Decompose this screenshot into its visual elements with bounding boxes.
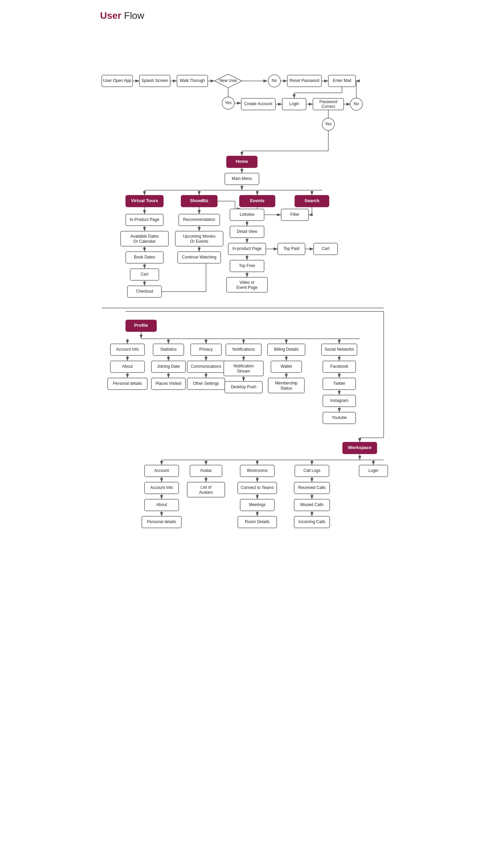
svg-text:Event Page: Event Page — [236, 285, 258, 290]
svg-text:Missed Calls: Missed Calls — [300, 502, 324, 507]
svg-text:Workspace: Workspace — [348, 445, 371, 450]
svg-text:List of: List of — [201, 485, 212, 490]
svg-text:Notifications: Notifications — [232, 347, 255, 352]
svg-text:Events: Events — [250, 198, 265, 203]
svg-text:Personal details: Personal details — [147, 519, 176, 524]
svg-text:Places Visited: Places Visited — [155, 381, 181, 386]
svg-text:Yes: Yes — [325, 122, 332, 126]
svg-text:Account: Account — [154, 468, 169, 473]
svg-text:Main Menu: Main Menu — [232, 176, 252, 181]
svg-text:Splash Screen: Splash Screen — [141, 78, 168, 83]
svg-text:Instagram: Instagram — [330, 398, 348, 403]
svg-text:Other Settings: Other Settings — [193, 381, 219, 386]
svg-text:Checkout: Checkout — [136, 289, 153, 294]
svg-text:Cart: Cart — [141, 272, 149, 277]
svg-text:Create Account: Create Account — [244, 101, 273, 106]
svg-text:Upcoming Movies: Upcoming Movies — [183, 234, 215, 239]
svg-text:Notification: Notification — [233, 364, 253, 368]
svg-text:Correct: Correct — [321, 104, 335, 109]
svg-text:Virtual Tours: Virtual Tours — [131, 198, 158, 203]
svg-text:Cart: Cart — [322, 246, 330, 251]
svg-text:Call Logs: Call Logs — [303, 468, 320, 473]
svg-text:In-product Page: In-product Page — [232, 246, 262, 251]
svg-text:No: No — [272, 78, 277, 83]
svg-text:Video or: Video or — [239, 280, 255, 285]
svg-text:Account Info: Account Info — [116, 347, 139, 352]
svg-text:Or Calendar: Or Calendar — [133, 239, 155, 244]
svg-text:Social Networks: Social Networks — [325, 347, 354, 352]
svg-text:Password: Password — [319, 99, 338, 104]
svg-text:Wallet: Wallet — [281, 364, 292, 369]
svg-text:ShowBiz: ShowBiz — [190, 198, 209, 203]
svg-text:Reset Password: Reset Password — [289, 78, 319, 83]
svg-text:Continue Watching: Continue Watching — [182, 255, 217, 260]
svg-text:Received Calls: Received Calls — [298, 485, 326, 490]
svg-text:Login: Login — [368, 468, 378, 473]
svg-text:Detail View: Detail View — [237, 229, 257, 234]
page-title: User Flow — [100, 10, 394, 21]
svg-text:Communications: Communications — [191, 364, 221, 369]
svg-text:Profile: Profile — [134, 323, 148, 328]
svg-text:About: About — [122, 364, 133, 369]
svg-text:Desktop Push: Desktop Push — [231, 384, 257, 389]
svg-text:Stream: Stream — [237, 369, 250, 374]
svg-text:Book Dates: Book Dates — [134, 255, 155, 260]
svg-text:Yes: Yes — [225, 100, 232, 105]
svg-text:Workrooms: Workrooms — [247, 468, 267, 473]
svg-text:About: About — [156, 502, 167, 507]
svg-text:Connect to Teams: Connect to Teams — [241, 485, 274, 490]
svg-text:Status: Status — [280, 386, 292, 391]
svg-text:Facebook: Facebook — [330, 364, 349, 369]
svg-text:Avatars: Avatars — [199, 490, 213, 495]
svg-text:In-Product Page: In-Product Page — [130, 217, 160, 222]
svg-text:Walk Thorugh: Walk Thorugh — [180, 78, 205, 83]
svg-text:Avatar: Avatar — [200, 468, 212, 473]
svg-text:Joining Date: Joining Date — [157, 364, 180, 369]
svg-text:New User: New User — [219, 78, 237, 83]
svg-text:Meetings: Meetings — [249, 502, 266, 507]
svg-text:Available Dates: Available Dates — [130, 234, 159, 239]
svg-text:Privacy: Privacy — [199, 347, 212, 352]
svg-text:Enter Mail: Enter Mail — [333, 78, 351, 83]
svg-text:Recommendation: Recommendation — [183, 217, 215, 222]
svg-text:Twitter: Twitter — [333, 381, 345, 386]
svg-text:Filter: Filter — [290, 212, 300, 217]
svg-text:Personal details: Personal details — [113, 381, 142, 386]
svg-text:Incoming Calls: Incoming Calls — [299, 519, 326, 524]
svg-text:No: No — [354, 101, 359, 106]
svg-text:Or Events: Or Events — [190, 239, 208, 244]
svg-text:Statistics: Statistics — [160, 347, 177, 352]
svg-text:Top Free: Top Free — [239, 263, 255, 268]
svg-text:Search: Search — [304, 198, 319, 203]
svg-text:Account Info: Account Info — [150, 485, 173, 490]
svg-text:Youtube: Youtube — [332, 415, 347, 420]
svg-text:Top Paid: Top Paid — [284, 246, 300, 251]
svg-text:Login: Login — [289, 101, 299, 106]
flowchart-container: User Open App Splash Screen Walk Thorugh… — [100, 35, 394, 861]
svg-text:Home: Home — [236, 159, 248, 164]
svg-text:User Open App: User Open App — [103, 78, 131, 83]
svg-text:Listview: Listview — [240, 212, 255, 217]
svg-text:Room Details: Room Details — [245, 519, 270, 524]
svg-text:Membership: Membership — [275, 381, 298, 386]
svg-text:Billing Details: Billing Details — [274, 347, 299, 352]
